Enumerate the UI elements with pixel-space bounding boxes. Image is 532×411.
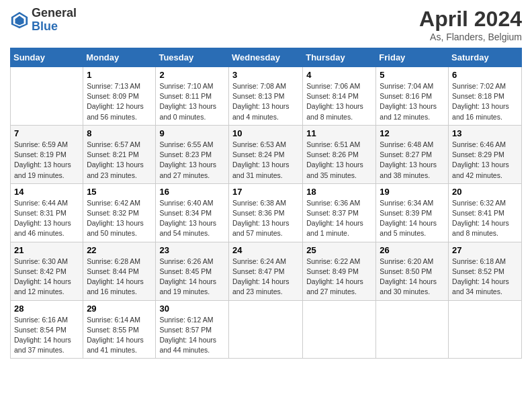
day-cell: 14Sunrise: 6:44 AM Sunset: 8:31 PM Dayli…: [11, 183, 83, 242]
day-number: 8: [87, 128, 152, 138]
day-cell: 4Sunrise: 7:06 AM Sunset: 8:14 PM Daylig…: [303, 67, 376, 126]
page-container: General Blue April 2024 As, Flanders, Be…: [0, 0, 532, 369]
day-number: 24: [232, 245, 299, 255]
day-cell: 1Sunrise: 7:13 AM Sunset: 8:09 PM Daylig…: [83, 67, 156, 126]
col-header-monday: Monday: [83, 48, 156, 67]
logo-text: General Blue: [32, 7, 77, 34]
day-info: Sunrise: 6:14 AM Sunset: 8:55 PM Dayligh…: [87, 315, 152, 356]
day-number: 12: [380, 128, 445, 138]
day-cell: 9Sunrise: 6:55 AM Sunset: 8:23 PM Daylig…: [156, 125, 229, 183]
day-cell: [11, 67, 83, 126]
day-cell: 7Sunrise: 6:59 AM Sunset: 8:19 PM Daylig…: [11, 125, 83, 183]
day-info: Sunrise: 6:40 AM Sunset: 8:34 PM Dayligh…: [159, 198, 225, 239]
day-number: 19: [380, 187, 445, 197]
col-header-tuesday: Tuesday: [156, 48, 229, 67]
subtitle: As, Flanders, Belgium: [419, 32, 522, 42]
main-title: April 2024: [419, 7, 522, 32]
day-info: Sunrise: 6:26 AM Sunset: 8:45 PM Dayligh…: [159, 257, 225, 298]
day-info: Sunrise: 6:18 AM Sunset: 8:52 PM Dayligh…: [452, 257, 518, 298]
day-cell: 25Sunrise: 6:22 AM Sunset: 8:49 PM Dayli…: [303, 242, 376, 300]
day-cell: 18Sunrise: 6:36 AM Sunset: 8:37 PM Dayli…: [303, 183, 376, 242]
day-number: 9: [159, 128, 225, 138]
day-number: 13: [452, 128, 518, 138]
day-info: Sunrise: 6:46 AM Sunset: 8:29 PM Dayligh…: [452, 140, 518, 181]
day-number: 7: [14, 128, 79, 138]
day-cell: 29Sunrise: 6:14 AM Sunset: 8:55 PM Dayli…: [83, 300, 156, 359]
logo: General Blue: [10, 7, 77, 34]
day-info: Sunrise: 7:10 AM Sunset: 8:11 PM Dayligh…: [159, 81, 225, 122]
day-info: Sunrise: 6:30 AM Sunset: 8:42 PM Dayligh…: [14, 257, 79, 298]
day-info: Sunrise: 6:34 AM Sunset: 8:39 PM Dayligh…: [380, 198, 445, 239]
day-cell: [303, 300, 376, 359]
col-header-wednesday: Wednesday: [228, 48, 302, 67]
day-cell: 28Sunrise: 6:16 AM Sunset: 8:54 PM Dayli…: [11, 300, 83, 359]
day-number: 14: [14, 187, 79, 197]
day-info: Sunrise: 6:24 AM Sunset: 8:47 PM Dayligh…: [232, 257, 299, 298]
day-cell: 12Sunrise: 6:48 AM Sunset: 8:27 PM Dayli…: [376, 125, 449, 183]
day-cell: [449, 300, 522, 359]
logo-icon: [10, 11, 29, 30]
calendar-table: SundayMondayTuesdayWednesdayThursdayFrid…: [10, 48, 522, 359]
day-number: 2: [159, 70, 225, 80]
day-info: Sunrise: 6:48 AM Sunset: 8:27 PM Dayligh…: [380, 140, 445, 181]
col-header-thursday: Thursday: [303, 48, 376, 67]
day-cell: 3Sunrise: 7:08 AM Sunset: 8:13 PM Daylig…: [228, 67, 302, 126]
day-info: Sunrise: 6:16 AM Sunset: 8:54 PM Dayligh…: [14, 315, 79, 356]
day-info: Sunrise: 7:02 AM Sunset: 8:18 PM Dayligh…: [452, 81, 518, 122]
day-cell: 6Sunrise: 7:02 AM Sunset: 8:18 PM Daylig…: [449, 67, 522, 126]
header: General Blue April 2024 As, Flanders, Be…: [10, 7, 522, 42]
day-number: 15: [87, 187, 152, 197]
day-info: Sunrise: 6:20 AM Sunset: 8:50 PM Dayligh…: [380, 257, 445, 298]
day-cell: 24Sunrise: 6:24 AM Sunset: 8:47 PM Dayli…: [228, 242, 302, 300]
day-info: Sunrise: 6:51 AM Sunset: 8:26 PM Dayligh…: [306, 140, 372, 181]
day-number: 18: [306, 187, 372, 197]
week-row-2: 7Sunrise: 6:59 AM Sunset: 8:19 PM Daylig…: [11, 125, 522, 183]
day-cell: 23Sunrise: 6:26 AM Sunset: 8:45 PM Dayli…: [156, 242, 229, 300]
day-info: Sunrise: 6:57 AM Sunset: 8:21 PM Dayligh…: [87, 140, 152, 181]
day-cell: 15Sunrise: 6:42 AM Sunset: 8:32 PM Dayli…: [83, 183, 156, 242]
day-number: 5: [380, 70, 445, 80]
calendar-header-row: SundayMondayTuesdayWednesdayThursdayFrid…: [11, 48, 522, 67]
day-info: Sunrise: 7:06 AM Sunset: 8:14 PM Dayligh…: [306, 81, 372, 122]
day-number: 4: [306, 70, 372, 80]
day-number: 21: [14, 245, 79, 255]
day-cell: 10Sunrise: 6:53 AM Sunset: 8:24 PM Dayli…: [228, 125, 302, 183]
day-info: Sunrise: 7:08 AM Sunset: 8:13 PM Dayligh…: [232, 81, 299, 122]
day-cell: 11Sunrise: 6:51 AM Sunset: 8:26 PM Dayli…: [303, 125, 376, 183]
day-cell: 26Sunrise: 6:20 AM Sunset: 8:50 PM Dayli…: [376, 242, 449, 300]
day-cell: 30Sunrise: 6:12 AM Sunset: 8:57 PM Dayli…: [156, 300, 229, 359]
week-row-5: 28Sunrise: 6:16 AM Sunset: 8:54 PM Dayli…: [11, 300, 522, 359]
day-number: 11: [306, 128, 372, 138]
day-cell: 17Sunrise: 6:38 AM Sunset: 8:36 PM Dayli…: [228, 183, 302, 242]
day-info: Sunrise: 7:04 AM Sunset: 8:16 PM Dayligh…: [380, 81, 445, 122]
day-cell: 27Sunrise: 6:18 AM Sunset: 8:52 PM Dayli…: [449, 242, 522, 300]
day-cell: 8Sunrise: 6:57 AM Sunset: 8:21 PM Daylig…: [83, 125, 156, 183]
day-info: Sunrise: 6:28 AM Sunset: 8:44 PM Dayligh…: [87, 257, 152, 298]
day-cell: 5Sunrise: 7:04 AM Sunset: 8:16 PM Daylig…: [376, 67, 449, 126]
col-header-friday: Friday: [376, 48, 449, 67]
day-number: 29: [87, 304, 152, 314]
day-cell: [228, 300, 302, 359]
day-cell: 21Sunrise: 6:30 AM Sunset: 8:42 PM Dayli…: [11, 242, 83, 300]
day-cell: 20Sunrise: 6:32 AM Sunset: 8:41 PM Dayli…: [449, 183, 522, 242]
col-header-sunday: Sunday: [11, 48, 83, 67]
day-info: Sunrise: 6:36 AM Sunset: 8:37 PM Dayligh…: [306, 198, 372, 239]
week-row-1: 1Sunrise: 7:13 AM Sunset: 8:09 PM Daylig…: [11, 67, 522, 126]
title-block: April 2024 As, Flanders, Belgium: [419, 7, 522, 42]
week-row-4: 21Sunrise: 6:30 AM Sunset: 8:42 PM Dayli…: [11, 242, 522, 300]
day-cell: [376, 300, 449, 359]
day-number: 25: [306, 245, 372, 255]
day-info: Sunrise: 6:12 AM Sunset: 8:57 PM Dayligh…: [159, 315, 225, 356]
day-info: Sunrise: 6:32 AM Sunset: 8:41 PM Dayligh…: [452, 198, 518, 239]
day-number: 1: [87, 70, 152, 80]
day-info: Sunrise: 7:13 AM Sunset: 8:09 PM Dayligh…: [87, 81, 152, 122]
day-info: Sunrise: 6:59 AM Sunset: 8:19 PM Dayligh…: [14, 140, 79, 181]
day-number: 27: [452, 245, 518, 255]
day-number: 3: [232, 70, 299, 80]
day-info: Sunrise: 6:38 AM Sunset: 8:36 PM Dayligh…: [232, 198, 299, 239]
day-cell: 13Sunrise: 6:46 AM Sunset: 8:29 PM Dayli…: [449, 125, 522, 183]
day-number: 22: [87, 245, 152, 255]
day-number: 23: [159, 245, 225, 255]
col-header-saturday: Saturday: [449, 48, 522, 67]
day-number: 6: [452, 70, 518, 80]
